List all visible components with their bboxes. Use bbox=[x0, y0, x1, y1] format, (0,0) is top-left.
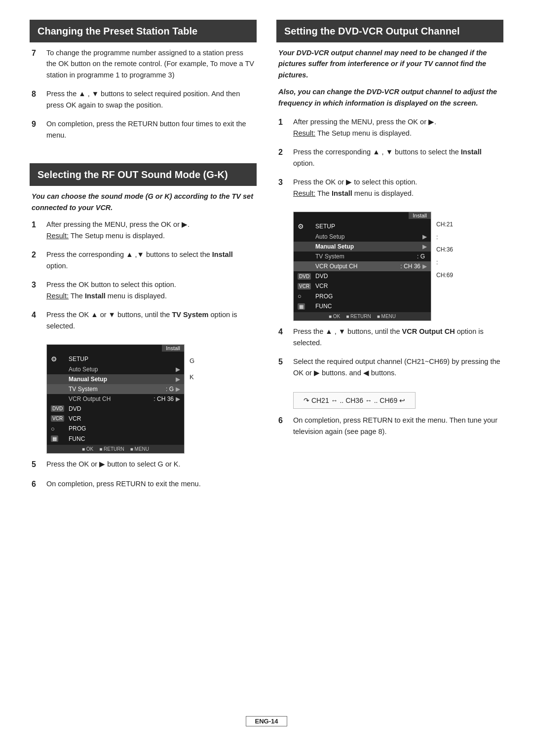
ch-label: CH:21 : CH:36 : CH:69 bbox=[436, 219, 453, 281]
vcr-icon-r: VCR bbox=[298, 283, 311, 289]
tv-system-arrow: ▶ bbox=[176, 386, 180, 393]
tv-system-value-r: : G bbox=[417, 253, 425, 260]
tv-system-value: : G bbox=[166, 386, 174, 393]
bold-word: Install bbox=[461, 148, 482, 156]
step-item: 1 After pressing the MENU, press the OK … bbox=[32, 219, 255, 241]
steps-list-2: 1 After pressing the MENU, press the OK … bbox=[32, 219, 255, 331]
menu-row-func-r: ▦ FUNC bbox=[294, 301, 431, 311]
section-rf-out: Selecting the RF OUT Sound Mode (G-K) Yo… bbox=[30, 163, 257, 498]
func-icon: ▦ bbox=[51, 435, 58, 442]
menu-row-manual-setup: Manual Setup ▶ bbox=[47, 374, 184, 384]
section-dvd-vcr-title: Setting the DVD-VCR Output Channel bbox=[284, 26, 460, 36]
menu-row-dvd: DVD DVD bbox=[47, 404, 184, 414]
step-num: 1 bbox=[278, 116, 290, 139]
bold-word: Install bbox=[332, 189, 352, 197]
bold-word: Install bbox=[212, 251, 233, 258]
auto-setup-arrow: ▶ bbox=[176, 366, 180, 373]
step-num: 2 bbox=[32, 249, 43, 271]
step-text: To change the programme number assigned … bbox=[46, 47, 255, 80]
step-item: 7 To change the programme number assigne… bbox=[32, 47, 255, 80]
steps-list-right-2: 4 Press the ▲ , ▼ buttons, until the VCR… bbox=[278, 326, 501, 378]
step-num: 5 bbox=[32, 459, 43, 470]
step-item: 6 On completion, press RETURN to exit th… bbox=[32, 478, 255, 490]
step-text: Press the ▲ , ▼ buttons, until the VCR O… bbox=[293, 326, 501, 348]
prog-icon-cell: ○ bbox=[51, 425, 69, 432]
vcr-output-arrow: ▶ bbox=[176, 396, 180, 402]
install-label-left: Install bbox=[162, 345, 184, 352]
vcr-output-label: VCR Output CH bbox=[69, 396, 150, 402]
install-label-right: Install bbox=[409, 212, 431, 219]
ch-colon1: : bbox=[436, 232, 453, 243]
manual-setup-r: Manual Setup bbox=[315, 243, 420, 250]
right-column: Setting the DVD-VCR Output Channel Your … bbox=[276, 20, 503, 701]
step-num: 4 bbox=[278, 326, 290, 348]
menu-rows-right: ⚙ SETUP Auto Setup ▶ Manual Setup ▶ bbox=[294, 212, 431, 311]
step-text: Press the OK or ▶ to select this option.… bbox=[293, 177, 417, 199]
result-label: Result: bbox=[293, 129, 315, 137]
section-rf-out-content: You can choose the sound mode (G or K) a… bbox=[30, 191, 257, 490]
section-dvd-vcr-intro1: Your DVD-VCR output channel may need to … bbox=[278, 47, 501, 80]
step-item: 2 Press the corresponding ▲ , ▼ buttons … bbox=[278, 146, 501, 169]
section-rf-out-intro: You can choose the sound mode (G or K) a… bbox=[32, 191, 255, 213]
setup-icon-cell-r: ⚙ bbox=[298, 222, 315, 230]
return-label: ■ RETURN bbox=[99, 446, 124, 452]
ch21-label: CH:21 bbox=[436, 219, 453, 230]
vcr-label: VCR bbox=[69, 415, 180, 422]
step-num: 7 bbox=[32, 47, 43, 80]
menu-label-r: ■ MENU bbox=[377, 314, 396, 319]
menu-rows-left: ⚙ SETUP Auto Setup ▶ Manual Setup ▶ bbox=[47, 345, 184, 444]
ok-label: ■ OK bbox=[82, 446, 93, 452]
steps-list-1: 7 To change the programme number assigne… bbox=[32, 47, 255, 141]
menu-row-vcr: VCR VCR bbox=[47, 414, 184, 424]
step-num: 9 bbox=[32, 118, 43, 141]
menu-row-tv-system-r: TV System : G bbox=[294, 252, 431, 261]
vcr-icon-cell-r: VCR bbox=[298, 283, 315, 289]
dvd-label: DVD bbox=[69, 405, 180, 412]
step-text: Press the ▲ , ▼ buttons to select requir… bbox=[46, 88, 255, 110]
func-icon-r: ▦ bbox=[298, 303, 305, 310]
section-changing-preset-title: Changing the Preset Station Table bbox=[38, 26, 197, 36]
step-num: 4 bbox=[32, 309, 43, 331]
bold-word: VCR Output CH bbox=[402, 327, 455, 335]
page: Changing the Preset Station Table 7 To c… bbox=[0, 0, 533, 756]
step-num: 1 bbox=[32, 219, 43, 241]
step-item: 8 Press the ▲ , ▼ buttons to select requ… bbox=[32, 88, 255, 110]
steps-list-3: 5 Press the OK or ▶ button to select G o… bbox=[32, 459, 255, 490]
menu-screenshot-container-left: Install ⚙ SETUP Auto Setup ▶ bbox=[32, 339, 255, 459]
result-label: Result: bbox=[46, 292, 69, 300]
menu-screenshot-right: Install ⚙ SETUP Auto Setup ▶ bbox=[293, 212, 431, 321]
dvd-icon-cell: DVD bbox=[51, 405, 69, 412]
menu-row-auto-r: Auto Setup ▶ bbox=[294, 232, 431, 242]
setup-icon-r: ⚙ bbox=[298, 222, 304, 230]
vcr-output-r: VCR Output CH bbox=[315, 263, 396, 270]
section-dvd-vcr-content: Your DVD-VCR output channel may need to … bbox=[276, 47, 503, 437]
step-text: On completion, press the RETURN button f… bbox=[46, 118, 255, 141]
tv-system-label: TV System bbox=[69, 386, 162, 393]
menu-row-vcr-r: VCR VCR bbox=[294, 281, 431, 291]
step-num: 6 bbox=[32, 478, 43, 490]
ch36-label: CH:36 bbox=[436, 245, 453, 255]
prog-icon-r: ○ bbox=[298, 292, 302, 300]
dvd-label-r: DVD bbox=[315, 273, 427, 280]
setup-icon: ⚙ bbox=[51, 355, 57, 363]
func-label: FUNC bbox=[69, 435, 180, 442]
step-num: 6 bbox=[278, 415, 290, 437]
two-column-layout: Changing the Preset Station Table 7 To c… bbox=[30, 20, 503, 701]
channel-diagram-text: ↷ CH21 ↔ .. CH36 ↔ .. CH69 ↩ bbox=[304, 396, 405, 404]
vcr-icon: VCR bbox=[51, 415, 64, 422]
menu-screenshot-container-right: Install ⚙ SETUP Auto Setup ▶ bbox=[278, 207, 501, 326]
return-label-r: ■ RETURN bbox=[346, 314, 371, 319]
setup-icon-cell: ⚙ bbox=[51, 355, 69, 363]
ch-colon2: : bbox=[436, 257, 453, 268]
menu-row-setup-r: ⚙ SETUP bbox=[294, 221, 431, 232]
menu-label: ■ MENU bbox=[130, 446, 149, 452]
step-text: Press the corresponding ▲ , ▼ buttons to… bbox=[293, 146, 501, 169]
menu-row-vcr-output: VCR Output CH : CH 36 ▶ bbox=[47, 394, 184, 404]
result-label: Result: bbox=[293, 189, 315, 197]
func-icon-cell-r: ▦ bbox=[298, 303, 315, 310]
step-item: 2 Press the corresponding ▲ ,▼ buttons t… bbox=[32, 249, 255, 271]
step-text: On completion, press RETURN to exit the … bbox=[293, 415, 501, 437]
manual-setup-arrow: ▶ bbox=[176, 376, 180, 383]
prog-label: PROG bbox=[69, 425, 180, 432]
step-text: After pressing the MENU, press the OK or… bbox=[293, 116, 436, 139]
